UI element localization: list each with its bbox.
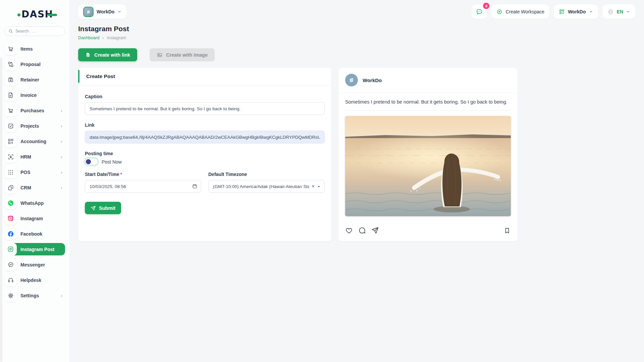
user-focus-icon: [4, 150, 17, 163]
posting-time-label: Posting time: [85, 151, 325, 156]
create-post-card: Create Post Caption Link Posting time: [78, 68, 331, 241]
chevron-down-icon: [589, 10, 593, 14]
app-root: DASH Items Proposal Retainer: [0, 0, 644, 362]
send-icon: [91, 205, 96, 211]
preview-body: Sometimes I pretend to be normal. But it…: [338, 93, 518, 234]
comment-icon[interactable]: [358, 227, 366, 234]
post-now-toggle[interactable]: [85, 158, 98, 165]
create-with-link-button[interactable]: Create with link: [78, 48, 137, 61]
submit-button[interactable]: Submit: [85, 202, 121, 214]
cart-icon: [4, 43, 17, 55]
required-asterisk: *: [120, 172, 122, 177]
card-body: Caption Link Posting time Post Now: [78, 85, 331, 223]
toggle-knob: [86, 159, 91, 164]
clear-selection-icon[interactable]: ×: [312, 184, 315, 189]
messages-button[interactable]: 0: [472, 5, 487, 19]
headset-icon: [4, 274, 17, 286]
timezone-label: Default Timezone: [208, 172, 325, 177]
sidebar-search: [4, 26, 65, 36]
main-area: WorkDo 0 Create Workspace WorkDo: [69, 0, 644, 362]
card-title: Create Post: [86, 73, 323, 79]
account-avatar: [345, 74, 358, 86]
page-title: Instagram Post: [78, 25, 635, 33]
sidebar-item-label: Items: [20, 46, 33, 52]
sidebar-item-items[interactable]: Items: [4, 43, 65, 55]
instagram-icon: [4, 212, 17, 225]
language-selector[interactable]: EN: [602, 5, 635, 19]
submit-label: Submit: [99, 205, 115, 211]
datetime-input-wrap: [85, 180, 201, 193]
breadcrumb-dashboard-link[interactable]: Dashboard: [78, 35, 100, 40]
workdo-menu-button[interactable]: WorkDo: [554, 5, 598, 19]
logo[interactable]: DASH: [17, 9, 69, 20]
gear-icon: [4, 289, 17, 302]
create-with-image-label: Create with Image: [166, 52, 208, 58]
chevron-right-icon: ›: [61, 293, 65, 298]
image-icon: [157, 52, 163, 58]
breadcrumb-separator: ›: [103, 36, 104, 40]
sidebar-item-purchases[interactable]: Purchases ›: [4, 104, 65, 117]
sidebar-item-label: Instagram: [20, 216, 43, 221]
sidebar-item-label: CRM: [20, 185, 31, 190]
timezone-select[interactable]: (GMT-10:00) America/Adak (Hawaii-Aleutia…: [208, 180, 325, 193]
caption-label: Caption: [85, 94, 325, 99]
sidebar-item-accounting[interactable]: Accounting ›: [4, 135, 65, 147]
chevron-right-icon: ›: [61, 185, 65, 190]
create-workspace-label: Create Workspace: [505, 9, 544, 14]
breadcrumb-current: Instagram: [107, 35, 126, 40]
create-with-image-button[interactable]: Create with Image: [150, 48, 215, 61]
share-send-icon[interactable]: [371, 227, 379, 234]
sidebar-item-instagram-post[interactable]: Instagram Post: [4, 243, 65, 255]
sidebar-item-label: Instagram Post: [20, 247, 54, 252]
sidebar-item-invoice[interactable]: Invoice: [4, 89, 65, 101]
account-name: WorkDo: [363, 77, 382, 83]
sidebar-item-hrm[interactable]: HRM ›: [4, 150, 65, 163]
overlap-squares-icon: [4, 181, 17, 194]
sidebar-item-label: Purchases: [20, 108, 44, 113]
sidebar-item-label: WhatsApp: [20, 200, 44, 206]
grid-plus-icon: [559, 9, 565, 15]
sidebar-item-whatsapp[interactable]: WhatsApp: [4, 197, 65, 209]
sidebar-item-pos[interactable]: POS ›: [4, 166, 65, 178]
sidebar-item-crm[interactable]: CRM ›: [4, 181, 65, 194]
workspace-switcher[interactable]: WorkDo: [78, 5, 126, 19]
caret-down-icon: [317, 185, 321, 188]
sidebar-item-settings[interactable]: Settings ›: [4, 289, 65, 302]
sidebar: DASH Items Proposal Retainer: [0, 0, 69, 362]
globe-icon: [607, 9, 614, 15]
sidebar-item-label: Accounting: [20, 139, 46, 144]
chevron-down-icon: [117, 10, 121, 14]
chevron-right-icon: ›: [61, 139, 65, 144]
post-preview-card: WorkDo Sometimes I pretend to be normal.…: [338, 68, 518, 241]
like-heart-icon[interactable]: [345, 227, 353, 234]
bookmark-icon[interactable]: [503, 227, 511, 234]
grid-plus-icon: [4, 135, 17, 147]
search-input[interactable]: [15, 29, 61, 34]
search-icon: [8, 29, 13, 34]
create-workspace-button[interactable]: Create Workspace: [491, 5, 549, 19]
sidebar-item-retainer[interactable]: Retainer: [4, 73, 65, 86]
start-datetime-field: Start Date/Time*: [85, 172, 201, 193]
check-square-icon: [4, 120, 17, 132]
link-input[interactable]: [85, 131, 325, 143]
sidebar-item-instagram[interactable]: Instagram: [4, 212, 65, 225]
sidebar-item-label: Messenger: [20, 262, 45, 267]
start-datetime-input[interactable]: [85, 180, 201, 193]
link-field-group: Link: [85, 122, 325, 143]
caption-input[interactable]: [85, 102, 325, 115]
sidebar-item-helpdesk[interactable]: Helpdesk: [4, 274, 65, 286]
cards-row: Create Post Caption Link Posting time: [78, 68, 635, 241]
sidebar-item-proposal[interactable]: Proposal: [4, 58, 65, 70]
timezone-selected-value: (GMT-10:00) America/Adak (Hawaii-Aleutia…: [213, 184, 309, 189]
sidebar-item-messenger[interactable]: Messenger: [4, 258, 65, 271]
breadcrumb: Dashboard › Instagram: [78, 35, 635, 40]
post-image: [345, 116, 511, 216]
sidebar-item-label: Facebook: [20, 231, 42, 237]
whatsapp-icon: [4, 197, 17, 209]
sidebar-item-projects[interactable]: Projects ›: [4, 120, 65, 132]
divider: [345, 110, 511, 111]
sidebar-item-facebook[interactable]: Facebook: [4, 228, 65, 240]
chevron-right-icon: ›: [61, 108, 65, 113]
invoice-icon: [4, 89, 17, 101]
logo-dash: [48, 14, 57, 16]
